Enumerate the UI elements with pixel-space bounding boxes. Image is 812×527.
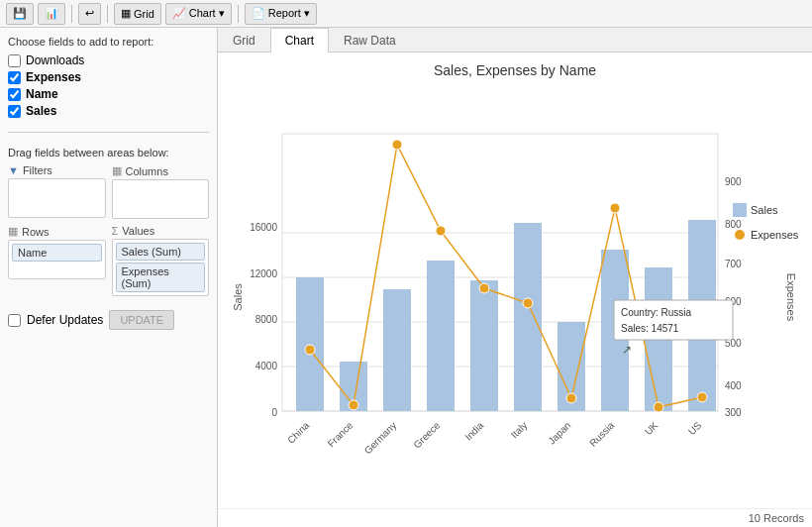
drag-fields-title: Drag fields between areas below: bbox=[8, 147, 209, 158]
columns-drop[interactable] bbox=[112, 179, 210, 219]
filter-icon: ▼ bbox=[8, 164, 19, 176]
expenses-label[interactable]: Expenses bbox=[26, 70, 81, 84]
tooltip-bg bbox=[614, 300, 733, 340]
undo-icon: ↩ bbox=[85, 7, 94, 20]
x-label-germany: Germany bbox=[362, 420, 399, 457]
main-layout: Choose fields to add to report: Download… bbox=[0, 28, 812, 527]
dot-japan bbox=[566, 393, 576, 403]
bar-greece bbox=[427, 261, 455, 411]
choose-fields-section: Choose fields to add to report: Download… bbox=[8, 36, 209, 118]
rows-drop[interactable]: Name bbox=[8, 240, 106, 279]
y-label-12000: 12000 bbox=[250, 268, 277, 279]
grid-icon: ▦ bbox=[121, 7, 131, 20]
x-label-india: India bbox=[462, 419, 485, 442]
records-row: 10 Records bbox=[218, 508, 812, 527]
chart-title: Sales, Expenses by Name bbox=[228, 62, 802, 78]
y-label-16000: 16000 bbox=[250, 222, 277, 233]
values-icon: Σ bbox=[112, 225, 119, 237]
name-checkbox[interactable] bbox=[8, 88, 21, 101]
filters-label: Filters bbox=[23, 164, 52, 176]
columns-label: Columns bbox=[126, 165, 168, 177]
y-right-300: 300 bbox=[725, 407, 742, 418]
downloads-label[interactable]: Downloads bbox=[26, 53, 84, 67]
values-area: Σ Values Sales (Sum) Expenses (Sum) bbox=[112, 225, 210, 296]
expenses-sum-tag[interactable]: Expenses (Sum) bbox=[116, 263, 206, 292]
x-label-china: China bbox=[285, 419, 312, 446]
save-button[interactable]: 💾 bbox=[6, 3, 34, 25]
sales-label[interactable]: Sales bbox=[26, 104, 56, 118]
y-right-900: 900 bbox=[725, 176, 742, 187]
x-label-japan: Japan bbox=[546, 420, 572, 447]
y-label-8000: 8000 bbox=[255, 314, 278, 325]
dot-germany bbox=[392, 140, 402, 150]
x-label-france: France bbox=[326, 419, 355, 449]
field-sales: Sales bbox=[8, 104, 209, 118]
dot-uk bbox=[654, 402, 663, 412]
legend-expenses-dot bbox=[735, 230, 745, 240]
excel-icon: 📊 bbox=[45, 7, 58, 20]
dot-us bbox=[697, 392, 707, 402]
y-axis-label-expenses: Expenses bbox=[785, 273, 797, 322]
separator-3 bbox=[238, 5, 239, 23]
grid-button[interactable]: ▦ Grid bbox=[114, 3, 161, 25]
dot-india bbox=[479, 283, 489, 293]
field-expenses: Expenses bbox=[8, 70, 209, 84]
columns-header: ▦ Columns bbox=[112, 164, 210, 177]
field-name: Name bbox=[8, 87, 209, 101]
values-header: Σ Values bbox=[112, 225, 210, 237]
chart-svg-wrapper: 0 4000 8000 12000 16000 Sales 300 400 bbox=[228, 86, 802, 498]
bar-india bbox=[470, 280, 498, 411]
areas-grid: ▼ Filters ▦ Columns ▦ Rows bbox=[8, 164, 209, 296]
excel-button[interactable]: 📊 bbox=[38, 3, 65, 25]
rows-icon: ▦ bbox=[8, 225, 18, 238]
x-label-greece: Greece bbox=[411, 419, 442, 450]
y-right-700: 700 bbox=[725, 259, 742, 269]
update-button[interactable]: UPDATE bbox=[109, 310, 174, 330]
report-button[interactable]: 📄 Report ▾ bbox=[245, 3, 317, 25]
choose-fields-title: Choose fields to add to report: bbox=[8, 36, 209, 48]
defer-checkbox[interactable] bbox=[8, 314, 21, 327]
chart-svg: 0 4000 8000 12000 16000 Sales 300 400 bbox=[228, 86, 802, 498]
toolbar: 💾 📊 ↩ ▦ Grid 📈 Chart ▾ 📄 Report ▾ bbox=[0, 0, 812, 28]
filters-header: ▼ Filters bbox=[8, 164, 106, 176]
cursor-icon: ↗ bbox=[622, 343, 632, 357]
rows-label: Rows bbox=[22, 226, 50, 238]
y-label-4000: 4000 bbox=[255, 361, 278, 371]
tab-grid[interactable]: Grid bbox=[218, 28, 270, 53]
expenses-checkbox[interactable] bbox=[8, 71, 21, 84]
separator-2 bbox=[107, 5, 108, 23]
y-axis-label-sales: Sales bbox=[232, 283, 244, 311]
y-right-800: 800 bbox=[725, 219, 742, 230]
chart-icon: 📈 bbox=[172, 7, 186, 20]
x-label-us: US bbox=[686, 419, 704, 437]
sales-sum-tag[interactable]: Sales (Sum) bbox=[116, 243, 206, 261]
tooltip-sales: Sales: 14571 bbox=[621, 323, 679, 334]
x-label-russia: Russia bbox=[587, 419, 617, 449]
rows-name-tag[interactable]: Name bbox=[12, 244, 102, 262]
field-list: Downloads Expenses Name Sales bbox=[8, 53, 209, 118]
undo-button[interactable]: ↩ bbox=[78, 3, 101, 25]
x-label-uk: UK bbox=[643, 419, 660, 437]
tab-raw-data[interactable]: Raw Data bbox=[329, 28, 411, 53]
bar-germany bbox=[383, 289, 411, 411]
report-icon: 📄 bbox=[252, 7, 265, 20]
columns-icon: ▦ bbox=[112, 164, 122, 177]
downloads-checkbox[interactable] bbox=[8, 54, 21, 67]
legend-sales-label: Sales bbox=[751, 204, 778, 216]
legend-sales-box bbox=[733, 203, 747, 217]
tab-chart[interactable]: Chart bbox=[270, 28, 329, 53]
areas-section: Drag fields between areas below: ▼ Filte… bbox=[8, 147, 209, 296]
values-drop[interactable]: Sales (Sum) Expenses (Sum) bbox=[112, 239, 210, 296]
y-label-0: 0 bbox=[271, 407, 277, 418]
sales-checkbox[interactable] bbox=[8, 105, 21, 118]
field-downloads: Downloads bbox=[8, 53, 209, 67]
filters-drop[interactable] bbox=[8, 178, 106, 218]
chart-button[interactable]: 📈 Chart ▾ bbox=[165, 3, 232, 25]
right-panel: Grid Chart Raw Data Sales, Expenses by N… bbox=[218, 28, 812, 527]
filters-area: ▼ Filters bbox=[8, 164, 106, 219]
values-label: Values bbox=[122, 225, 154, 237]
dot-italy bbox=[523, 298, 533, 308]
name-label[interactable]: Name bbox=[26, 87, 58, 101]
rows-area: ▦ Rows Name bbox=[8, 225, 106, 296]
defer-label[interactable]: Defer Updates bbox=[27, 313, 103, 327]
